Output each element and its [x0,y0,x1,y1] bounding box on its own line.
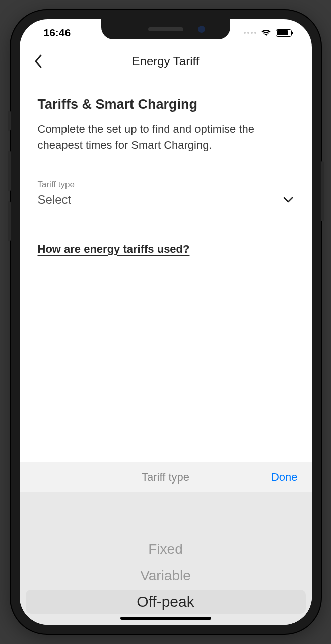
done-button[interactable]: Done [271,471,298,484]
phone-screen: 16:46 [20,19,312,625]
nav-header: Energy Tariff [20,46,312,76]
power-button [321,161,324,221]
notch [101,19,230,39]
phone-frame: 16:46 [11,10,321,634]
picker-option-variable[interactable]: Variable [20,562,312,589]
tariff-type-value: Select [38,193,72,207]
page-heading: Tariffs & Smart Charging [38,97,294,112]
wifi-icon [260,29,272,37]
status-time: 16:46 [44,27,71,39]
chevron-left-icon [34,54,43,69]
picker-wheel[interactable]: Fixed Variable Off-peak [20,492,312,625]
front-camera [198,26,205,33]
home-indicator[interactable] [120,617,211,620]
help-link[interactable]: How are energy tariffs used? [38,243,294,256]
nav-title: Energy Tariff [132,54,200,68]
page-description: Complete the set up to find and optimise… [38,121,294,153]
chevron-down-icon [283,196,294,203]
picker-toolbar: Tariff type Done [20,462,312,492]
tariff-type-label: Tariff type [38,180,294,190]
volume-up-button [8,151,11,191]
battery-icon [276,29,292,37]
status-right [244,29,292,37]
picker-option-fixed[interactable]: Fixed [20,536,312,562]
content-area: Tariffs & Smart Charging Complete the se… [20,76,312,462]
tariff-type-select[interactable]: Select [38,193,294,212]
side-button [8,111,11,131]
volume-down-button [8,201,11,242]
picker-option-offpeak[interactable]: Off-peak [20,589,312,615]
speaker [148,27,183,31]
back-button[interactable] [34,54,43,69]
signal-dots-icon [244,32,256,34]
picker-title: Tariff type [142,471,189,484]
